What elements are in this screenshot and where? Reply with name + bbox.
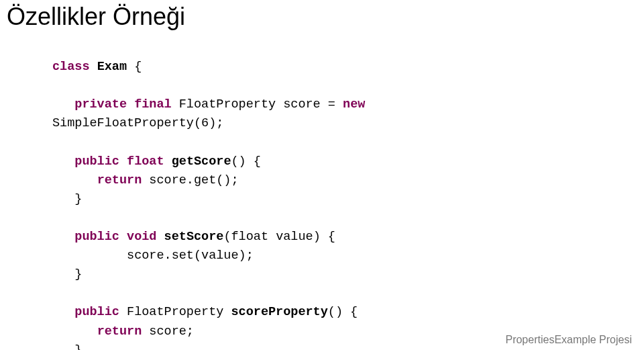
brace: } [74,267,82,281]
code-block: class Exam { private final FloatProperty… [52,58,365,350]
ret-float: float [127,155,164,169]
method-getscore: getScore [172,155,231,169]
brace: } [74,343,82,350]
expr: score; [142,324,194,339]
kw-void: void [127,230,156,244]
slide-title: Özellikler Örneği [7,3,185,31]
field: score [283,97,321,112]
kw-return: return [97,324,142,339]
kw-return: return [97,173,142,187]
kw-public: public [74,155,119,169]
eq: = [321,97,343,112]
footer-text: PropertiesExample Projesi [505,334,632,346]
brace: } [74,192,82,206]
kw-public: public [74,305,119,319]
method-setscore: setScore [164,230,224,244]
kw-private: private [74,97,127,112]
parens: () { [328,305,358,319]
type: FloatProperty [179,97,276,112]
class-name: Exam [97,60,127,74]
stmt: score.set(value); [127,249,254,263]
param2: value) { [268,230,335,244]
param: (float [223,230,268,244]
kw-new: new [343,97,365,112]
ctor: SimpleFloatProperty(6); [52,116,223,130]
kw-class: class [52,60,90,74]
expr: score.get(); [142,173,238,187]
method-scoreproperty: scoreProperty [231,305,327,319]
kw-final: final [134,97,172,112]
type: FloatProperty [127,305,223,319]
parens: () { [231,155,261,169]
brace: { [127,60,142,74]
kw-public: public [74,230,119,244]
